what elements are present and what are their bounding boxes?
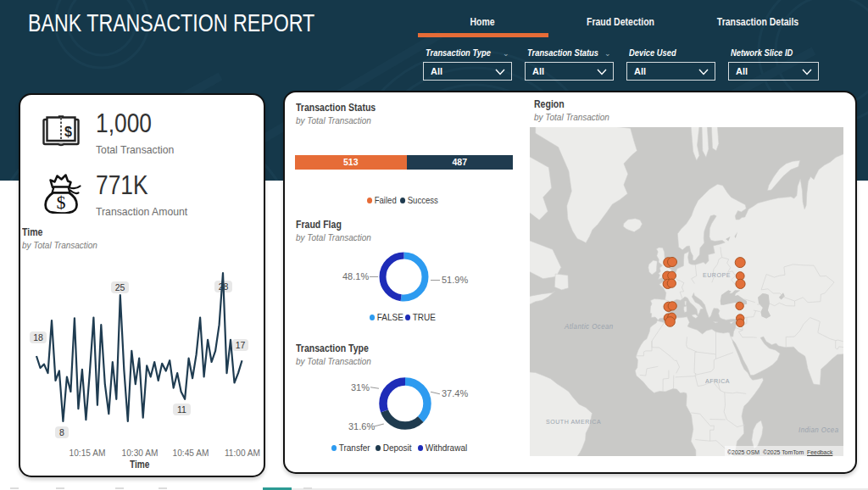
svg-text:$: $ [64, 125, 72, 139]
svg-text:$: $ [57, 192, 66, 213]
